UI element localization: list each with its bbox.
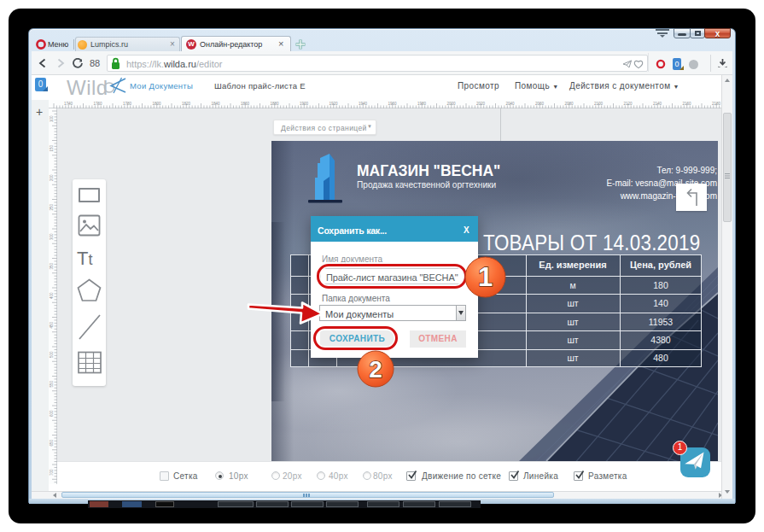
svg-text:1800: 1800 (153, 102, 162, 106)
svg-text:2100: 2100 (594, 102, 604, 106)
svg-text:550: 550 (50, 380, 54, 387)
svg-text:1740: 1740 (64, 102, 73, 106)
svg-text:350: 350 (50, 262, 54, 269)
svg-text:1960: 1960 (388, 102, 398, 106)
svg-text:1780: 1780 (123, 102, 132, 106)
svg-text:650: 650 (50, 439, 54, 446)
svg-text:2160: 2160 (683, 102, 692, 106)
svg-text:1980: 1980 (417, 102, 427, 106)
svg-text:2120: 2120 (624, 102, 633, 106)
svg-text:400: 400 (50, 292, 54, 299)
svg-text:1820: 1820 (182, 102, 191, 106)
svg-text:2040: 2040 (506, 102, 516, 106)
svg-text:450: 450 (50, 321, 54, 328)
svg-text:1760: 1760 (94, 102, 103, 106)
svg-text:100: 100 (50, 115, 54, 122)
svg-text:1940: 1940 (359, 102, 368, 106)
svg-text:1: 1 (478, 262, 493, 292)
svg-text:1840: 1840 (212, 102, 221, 106)
svg-text:200: 200 (50, 174, 54, 181)
svg-text:150: 150 (50, 144, 54, 151)
svg-text:2: 2 (369, 356, 382, 383)
svg-text:2140: 2140 (653, 102, 662, 106)
svg-text:2060: 2060 (535, 102, 545, 106)
svg-text:2080: 2080 (565, 102, 574, 106)
svg-text:1880: 1880 (271, 102, 280, 106)
svg-text:1920: 1920 (330, 102, 339, 106)
svg-text:1900: 1900 (300, 102, 309, 106)
svg-text:500: 500 (50, 351, 54, 358)
svg-text:2180: 2180 (712, 102, 721, 106)
svg-text:2000: 2000 (447, 102, 457, 106)
svg-text:2020: 2020 (476, 102, 486, 106)
svg-text:700: 700 (50, 469, 54, 476)
svg-text:1860: 1860 (241, 102, 250, 106)
svg-text:600: 600 (50, 410, 54, 417)
svg-text:250: 250 (50, 203, 54, 210)
svg-text:300: 300 (50, 233, 54, 240)
